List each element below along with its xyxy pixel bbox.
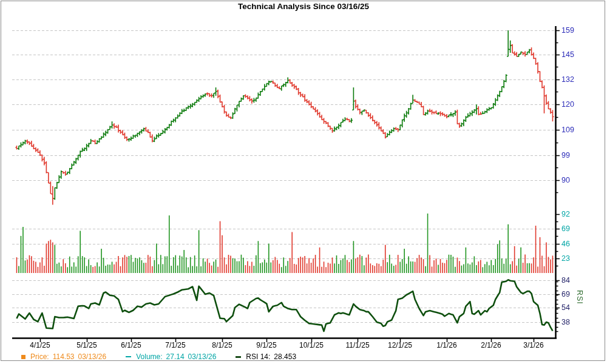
price-axis-tick-label: 120 xyxy=(561,101,574,108)
rsi-legend-label: RSI 14: xyxy=(246,352,270,361)
price-legend-value: 114.53 xyxy=(53,352,75,361)
price-legend-square-icon xyxy=(21,355,25,359)
volume-axis-tick-label: 23 xyxy=(561,255,570,262)
price-legend-text: Price:114.5303/13/26 xyxy=(30,352,110,361)
rsi-legend-dash-icon xyxy=(236,356,241,358)
volume-axis-tick-label: 92 xyxy=(561,211,570,218)
price-axis-tick-label: 145 xyxy=(561,51,574,58)
volume-legend-date: 03/13/26 xyxy=(188,352,217,361)
x-axis-month-label: 4/1/25 xyxy=(30,341,50,349)
technical-analysis-chart: Technical Analysis Since 03/16/25 159145… xyxy=(0,0,607,364)
chart-title: Technical Analysis Since 03/16/25 xyxy=(0,2,607,11)
x-axis-month-label: 5/1/25 xyxy=(76,341,97,349)
rsi-axis-tick-label: 69 xyxy=(561,291,570,298)
volume-legend-label: Volume: xyxy=(136,352,162,361)
price-legend-label: Price: xyxy=(30,352,49,361)
x-axis-month-label: 2/1/26 xyxy=(481,341,501,349)
rsi-axis-tick-label: 38 xyxy=(561,318,570,326)
x-axis-month-label: 10/1/25 xyxy=(299,341,324,349)
x-axis-month-label: 1/1/26 xyxy=(436,341,456,349)
volume-axis-tick-label: 46 xyxy=(561,240,570,248)
chart-legend: Price:114.5303/13/26 Volume:27.1403/13/2… xyxy=(21,352,300,362)
rsi-axis-title: RSI xyxy=(575,290,584,305)
rsi-axis-tick-label: 84 xyxy=(561,277,570,284)
rsi-legend-text: RSI 14:28.453 xyxy=(246,352,300,361)
volume-legend-dash-icon xyxy=(126,356,131,357)
rsi-legend-value: 28.453 xyxy=(274,352,296,361)
price-legend-date: 03/13/26 xyxy=(78,352,107,361)
x-axis-month-label: 6/1/25 xyxy=(121,341,141,349)
x-axis-month-label: 12/1/25 xyxy=(388,341,412,349)
x-axis-month-label: 3/1/26 xyxy=(523,341,543,349)
x-axis-month-label: 7/1/25 xyxy=(165,341,185,349)
x-axis-month-label: 9/1/25 xyxy=(256,341,276,349)
price-axis-tick-label: 109 xyxy=(561,126,574,133)
price-axis-tick-label: 99 xyxy=(561,152,570,159)
volume-axis-tick-label: 69 xyxy=(561,225,570,232)
price-axis-tick-label: 159 xyxy=(561,27,574,34)
chart-frame-border xyxy=(1,1,605,361)
volume-legend-text: Volume:27.1403/13/26 xyxy=(136,352,220,361)
volume-legend-value: 27.14 xyxy=(166,352,185,361)
x-axis-month-label: 11/1/25 xyxy=(345,341,369,349)
price-axis-tick-label: 90 xyxy=(561,177,570,184)
rsi-axis-tick-label: 54 xyxy=(561,304,570,311)
price-axis-tick-label: 132 xyxy=(561,76,574,83)
x-axis-month-label: 8/1/25 xyxy=(212,341,232,349)
